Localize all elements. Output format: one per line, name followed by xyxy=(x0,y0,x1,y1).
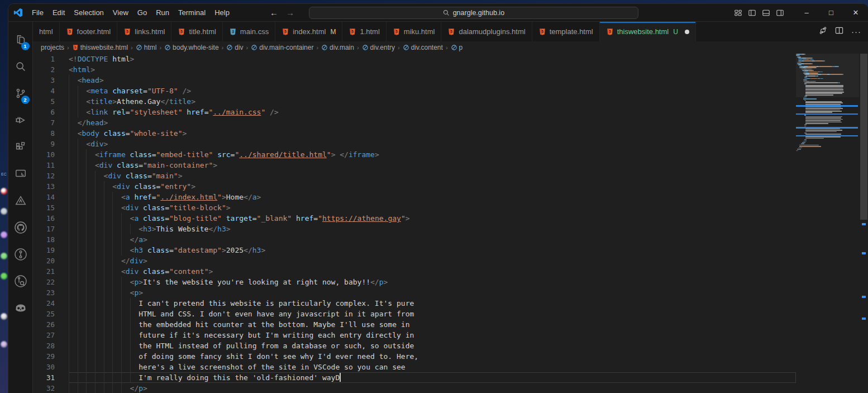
code-text-area[interactable]: <!DOCTYPE html><html><head><meta charset… xyxy=(69,54,796,393)
more-actions-icon[interactable]: ··· xyxy=(851,27,861,36)
code-line-11[interactable]: <div class="main-container"> xyxy=(69,160,796,171)
tab-thiswebsite.html[interactable]: 5thiswebsite.htmlU xyxy=(600,22,696,41)
split-editor-icon[interactable] xyxy=(835,26,843,37)
breadcrumb-item-p[interactable]: p xyxy=(451,44,463,51)
panel-left-icon[interactable] xyxy=(748,9,756,17)
vscode-logo-icon xyxy=(8,8,27,17)
code-line-32[interactable]: </p> xyxy=(69,383,796,393)
breadcrumb-item-div.content[interactable]: div.content xyxy=(403,44,443,51)
tab-title.html[interactable]: 5title.html xyxy=(171,22,222,41)
breadcrumb-item-thiswebsite.html[interactable]: 5thiswebsite.html xyxy=(72,44,128,51)
minimap-slider[interactable] xyxy=(796,54,859,97)
code-line-20[interactable]: </div> xyxy=(69,255,796,266)
activitybar-gitlens-inspect-icon[interactable] xyxy=(8,268,33,295)
menu-help[interactable]: Help xyxy=(210,7,234,18)
tab-1.html[interactable]: 51.html xyxy=(342,22,386,41)
customize-layout-icon[interactable] xyxy=(734,9,742,17)
command-center-search[interactable]: gnargle.github.io xyxy=(309,7,638,19)
code-line-16[interactable]: <a class="blog-title" target="_blank" hr… xyxy=(69,213,796,224)
menu-edit[interactable]: Edit xyxy=(48,7,69,18)
code-line-31[interactable]: I'm really doing this the 'old-fashioned… xyxy=(69,372,796,383)
code-line-17[interactable]: <h3>This Website</h3> xyxy=(69,224,796,234)
breadcrumb-item-projects[interactable]: projects xyxy=(41,44,64,51)
code-line-10[interactable]: <iframe class="embed-title" src="../shar… xyxy=(69,149,796,160)
code-line-22[interactable]: <p>It's the website you're looking at ri… xyxy=(69,277,796,287)
minimap[interactable] xyxy=(796,54,859,393)
tab-footer.html[interactable]: 5footer.html xyxy=(60,22,118,41)
tab-links.html[interactable]: 5links.html xyxy=(117,22,171,41)
scrollbar-thumb[interactable] xyxy=(860,54,867,220)
code-line-30[interactable]: here's a live screenshot of the site in … xyxy=(69,362,796,372)
breadcrumb-item-body.whole-site[interactable]: body.whole-site xyxy=(164,44,219,51)
menu-selection[interactable]: Selection xyxy=(69,7,108,18)
panel-bottom-icon[interactable] xyxy=(762,9,770,17)
close-button[interactable]: ✕ xyxy=(843,4,868,21)
code-line-8[interactable]: <body class="whole-site"> xyxy=(69,128,796,139)
code-line-23[interactable]: <p> xyxy=(69,287,796,298)
code-line-15[interactable]: <div class="title-block"> xyxy=(69,202,796,213)
tab-dalamudplugins.html[interactable]: 5dalamudplugins.html xyxy=(441,22,532,41)
code-line-3[interactable]: <head> xyxy=(69,75,796,86)
code-line-2[interactable]: <html> xyxy=(69,64,796,75)
code-line-7[interactable]: </head> xyxy=(69,117,796,128)
menu-terminal[interactable]: Terminal xyxy=(174,7,210,18)
code-line-19[interactable]: <h3 class="datestamp">2025</h3> xyxy=(69,245,796,255)
code-line-21[interactable]: <div class="content"> xyxy=(69,266,796,277)
menu-file[interactable]: File xyxy=(27,7,48,18)
tab-template.html[interactable]: 5template.html xyxy=(532,22,600,41)
tab-index.html[interactable]: 5index.htmlM xyxy=(275,22,342,41)
menu-view[interactable]: View xyxy=(108,7,133,18)
indent-guide xyxy=(104,266,104,277)
activitybar-github-icon[interactable] xyxy=(8,214,33,241)
code-line-13[interactable]: <div class="entry"> xyxy=(69,181,796,192)
breadcrumb-item-div.main-container[interactable]: div.main-container xyxy=(251,44,313,51)
vertical-scrollbar[interactable] xyxy=(860,54,868,393)
breadcrumb-item-html[interactable]: html xyxy=(136,44,157,51)
tab-miku.html[interactable]: 5miku.html xyxy=(387,22,442,41)
desktop-icon-fragment xyxy=(1,231,7,238)
open-changes-icon[interactable] xyxy=(819,26,827,37)
activitybar-run-debug-icon[interactable] xyxy=(8,107,33,134)
activitybar-explorer-icon[interactable]: 1 xyxy=(8,26,33,53)
code-line-25[interactable]: HTML and CSS. I don't even have any java… xyxy=(69,309,796,319)
code-line-27[interactable]: future if it's necessary but I'm writing… xyxy=(69,330,796,340)
nav-forward-arrow[interactable]: → xyxy=(286,8,294,17)
code-line-1[interactable]: <!DOCTYPE html> xyxy=(69,54,796,64)
activitybar-gitlens-icon[interactable] xyxy=(8,241,33,268)
panel-right-icon[interactable] xyxy=(776,9,784,17)
nav-back-arrow[interactable]: ← xyxy=(270,8,278,17)
breadcrumb-item-div[interactable]: div xyxy=(226,44,243,51)
code-line-14[interactable]: <a href="../index.html">Home</a> xyxy=(69,192,796,202)
unsaved-dot-icon[interactable] xyxy=(685,30,689,34)
activitybar-extensions-icon[interactable] xyxy=(8,134,33,160)
indent-guide xyxy=(121,330,122,340)
minimize-button[interactable]: – xyxy=(794,4,819,21)
code-line-28[interactable]: the HTML instead of pulling from a datab… xyxy=(69,340,796,351)
activitybar-source-control-icon[interactable]: 2 xyxy=(8,80,33,107)
activitybar-triangle-a-icon[interactable] xyxy=(8,187,33,214)
menu-run[interactable]: Run xyxy=(151,7,174,18)
code-editor[interactable]: 1234567891011121314151617181920212223242… xyxy=(33,54,868,393)
line-number: 12 xyxy=(33,171,69,181)
activitybar-search-icon[interactable] xyxy=(8,53,33,80)
code-line-6[interactable]: <link rel="stylesheet" href="../main.css… xyxy=(69,107,796,117)
desktop-icon-fragment xyxy=(1,208,7,215)
code-line-12[interactable]: <div class="main"> xyxy=(69,171,796,181)
maximize-button[interactable]: □ xyxy=(819,4,843,21)
code-line-4[interactable]: <meta charset="UTF-8" /> xyxy=(69,86,796,96)
activitybar-remote-explorer-icon[interactable] xyxy=(8,160,33,187)
code-line-5[interactable]: <title>Athene.Gay</title> xyxy=(69,96,796,107)
code-line-29[interactable]: of doing some fancy shit I don't see why… xyxy=(69,351,796,362)
code-line-9[interactable]: <div> xyxy=(69,139,796,149)
svg-text:5: 5 xyxy=(284,30,287,34)
tab-html[interactable]: html xyxy=(33,22,60,41)
code-line-24[interactable]: I can't pretend this website is particul… xyxy=(69,298,796,309)
line-number: 8 xyxy=(33,128,69,139)
breadcrumb-item-div.entry[interactable]: div.entry xyxy=(362,44,395,51)
menu-go[interactable]: Go xyxy=(133,7,151,18)
activitybar-godot-icon[interactable] xyxy=(8,295,33,321)
tab-main.css[interactable]: 3main.css xyxy=(223,22,275,41)
code-line-18[interactable]: </a> xyxy=(69,234,796,245)
breadcrumb-item-div.main[interactable]: div.main xyxy=(321,44,354,51)
code-line-26[interactable]: the embedded hit counter at the bottom. … xyxy=(69,319,796,330)
